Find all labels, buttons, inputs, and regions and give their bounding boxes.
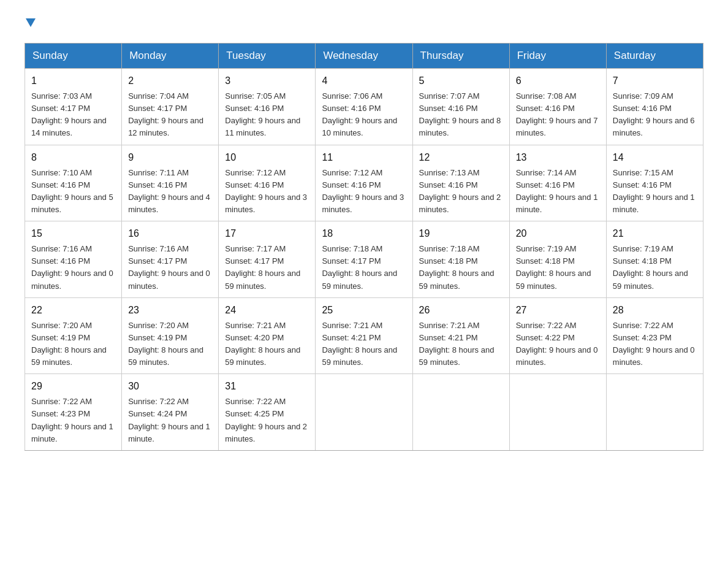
day-info: Sunrise: 7:17 AMSunset: 4:17 PMDaylight:… (225, 244, 300, 290)
day-number: 31 (225, 379, 309, 394)
calendar-cell: 25Sunrise: 7:21 AMSunset: 4:21 PMDayligh… (316, 297, 412, 374)
day-number: 1 (31, 74, 115, 88)
day-number: 6 (516, 74, 600, 88)
day-number: 3 (225, 74, 309, 88)
day-number: 20 (516, 226, 600, 241)
day-info: Sunrise: 7:11 AMSunset: 4:16 PMDaylight:… (128, 168, 210, 214)
calendar-cell: 12Sunrise: 7:13 AMSunset: 4:16 PMDayligh… (412, 145, 509, 221)
day-number: 17 (225, 226, 309, 241)
calendar-cell: 1Sunrise: 7:03 AMSunset: 4:17 PMDaylight… (25, 69, 122, 145)
day-number: 27 (516, 303, 600, 318)
day-number: 12 (419, 150, 503, 165)
calendar-cell: 7Sunrise: 7:09 AMSunset: 4:16 PMDaylight… (606, 69, 703, 145)
logo (25, 18, 36, 31)
calendar-cell: 8Sunrise: 7:10 AMSunset: 4:16 PMDaylight… (25, 145, 122, 221)
day-info: Sunrise: 7:20 AMSunset: 4:19 PMDaylight:… (128, 321, 203, 367)
col-header-wednesday: Wednesday (316, 44, 412, 69)
day-info: Sunrise: 7:21 AMSunset: 4:21 PMDaylight:… (419, 321, 495, 367)
logo-arrow-icon (26, 18, 36, 27)
day-number: 22 (31, 303, 115, 318)
calendar-cell: 4Sunrise: 7:06 AMSunset: 4:16 PMDaylight… (316, 69, 412, 145)
day-info: Sunrise: 7:19 AMSunset: 4:18 PMDaylight:… (613, 244, 688, 290)
day-info: Sunrise: 7:21 AMSunset: 4:20 PMDaylight:… (225, 321, 300, 367)
day-info: Sunrise: 7:10 AMSunset: 4:16 PMDaylight:… (31, 168, 113, 214)
day-info: Sunrise: 7:15 AMSunset: 4:16 PMDaylight:… (613, 168, 695, 214)
calendar-cell (606, 374, 703, 451)
day-info: Sunrise: 7:20 AMSunset: 4:19 PMDaylight:… (31, 321, 107, 367)
calendar-cell: 21Sunrise: 7:19 AMSunset: 4:18 PMDayligh… (606, 221, 703, 298)
calendar-cell: 2Sunrise: 7:04 AMSunset: 4:17 PMDaylight… (122, 69, 219, 145)
day-number: 28 (613, 303, 697, 318)
day-info: Sunrise: 7:22 AMSunset: 4:23 PMDaylight:… (613, 321, 695, 367)
day-number: 7 (613, 74, 697, 88)
calendar-cell: 9Sunrise: 7:11 AMSunset: 4:16 PMDaylight… (122, 145, 219, 221)
day-number: 30 (128, 379, 212, 394)
calendar-cell: 15Sunrise: 7:16 AMSunset: 4:16 PMDayligh… (25, 221, 122, 298)
day-info: Sunrise: 7:19 AMSunset: 4:18 PMDaylight:… (516, 244, 591, 290)
day-info: Sunrise: 7:16 AMSunset: 4:17 PMDaylight:… (128, 244, 210, 290)
calendar-week-1: 1Sunrise: 7:03 AMSunset: 4:17 PMDaylight… (25, 69, 703, 145)
calendar-cell: 5Sunrise: 7:07 AMSunset: 4:16 PMDaylight… (412, 69, 509, 145)
day-info: Sunrise: 7:03 AMSunset: 4:17 PMDaylight:… (31, 91, 107, 137)
day-info: Sunrise: 7:21 AMSunset: 4:21 PMDaylight:… (322, 321, 397, 367)
calendar-cell: 13Sunrise: 7:14 AMSunset: 4:16 PMDayligh… (509, 145, 606, 221)
day-number: 16 (128, 226, 212, 241)
calendar-cell: 10Sunrise: 7:12 AMSunset: 4:16 PMDayligh… (219, 145, 316, 221)
calendar-cell: 30Sunrise: 7:22 AMSunset: 4:24 PMDayligh… (122, 374, 219, 451)
day-number: 4 (322, 74, 406, 88)
day-number: 9 (128, 150, 212, 165)
day-number: 18 (322, 226, 406, 241)
day-info: Sunrise: 7:22 AMSunset: 4:25 PMDaylight:… (225, 397, 307, 443)
day-info: Sunrise: 7:08 AMSunset: 4:16 PMDaylight:… (516, 91, 598, 137)
col-header-monday: Monday (122, 44, 219, 69)
day-number: 29 (31, 379, 115, 394)
day-number: 14 (613, 150, 697, 165)
calendar-cell: 17Sunrise: 7:17 AMSunset: 4:17 PMDayligh… (219, 221, 316, 298)
calendar-week-4: 22Sunrise: 7:20 AMSunset: 4:19 PMDayligh… (25, 297, 703, 374)
day-info: Sunrise: 7:22 AMSunset: 4:23 PMDaylight:… (31, 397, 113, 443)
day-info: Sunrise: 7:04 AMSunset: 4:17 PMDaylight:… (128, 91, 203, 137)
day-number: 5 (419, 74, 503, 88)
day-info: Sunrise: 7:18 AMSunset: 4:18 PMDaylight:… (419, 244, 495, 290)
col-header-tuesday: Tuesday (219, 44, 316, 69)
day-number: 24 (225, 303, 309, 318)
calendar-cell (412, 374, 509, 451)
calendar-table: SundayMondayTuesdayWednesdayThursdayFrid… (25, 43, 703, 451)
page-header (25, 18, 703, 31)
day-number: 21 (613, 226, 697, 241)
calendar-cell: 29Sunrise: 7:22 AMSunset: 4:23 PMDayligh… (25, 374, 122, 451)
day-info: Sunrise: 7:06 AMSunset: 4:16 PMDaylight:… (322, 91, 397, 137)
calendar-cell: 18Sunrise: 7:18 AMSunset: 4:17 PMDayligh… (316, 221, 412, 298)
col-header-saturday: Saturday (606, 44, 703, 69)
day-info: Sunrise: 7:22 AMSunset: 4:22 PMDaylight:… (516, 321, 598, 367)
day-info: Sunrise: 7:14 AMSunset: 4:16 PMDaylight:… (516, 168, 598, 214)
day-number: 8 (31, 150, 115, 165)
day-number: 11 (322, 150, 406, 165)
calendar-cell: 26Sunrise: 7:21 AMSunset: 4:21 PMDayligh… (412, 297, 509, 374)
day-number: 23 (128, 303, 212, 318)
calendar-cell: 11Sunrise: 7:12 AMSunset: 4:16 PMDayligh… (316, 145, 412, 221)
day-info: Sunrise: 7:12 AMSunset: 4:16 PMDaylight:… (322, 168, 404, 214)
day-number: 2 (128, 74, 212, 88)
day-number: 13 (516, 150, 600, 165)
calendar-cell: 27Sunrise: 7:22 AMSunset: 4:22 PMDayligh… (509, 297, 606, 374)
calendar-cell: 28Sunrise: 7:22 AMSunset: 4:23 PMDayligh… (606, 297, 703, 374)
calendar-week-2: 8Sunrise: 7:10 AMSunset: 4:16 PMDaylight… (25, 145, 703, 221)
calendar-cell (316, 374, 412, 451)
calendar-cell: 14Sunrise: 7:15 AMSunset: 4:16 PMDayligh… (606, 145, 703, 221)
day-number: 19 (419, 226, 503, 241)
day-number: 26 (419, 303, 503, 318)
day-info: Sunrise: 7:12 AMSunset: 4:16 PMDaylight:… (225, 168, 307, 214)
col-header-friday: Friday (509, 44, 606, 69)
day-info: Sunrise: 7:18 AMSunset: 4:17 PMDaylight:… (322, 244, 397, 290)
day-info: Sunrise: 7:07 AMSunset: 4:16 PMDaylight:… (419, 91, 501, 137)
calendar-cell (509, 374, 606, 451)
day-info: Sunrise: 7:16 AMSunset: 4:16 PMDaylight:… (31, 244, 113, 290)
day-info: Sunrise: 7:22 AMSunset: 4:24 PMDaylight:… (128, 397, 210, 443)
calendar-cell: 22Sunrise: 7:20 AMSunset: 4:19 PMDayligh… (25, 297, 122, 374)
calendar-cell: 3Sunrise: 7:05 AMSunset: 4:16 PMDaylight… (219, 69, 316, 145)
calendar-cell: 19Sunrise: 7:18 AMSunset: 4:18 PMDayligh… (412, 221, 509, 298)
col-header-thursday: Thursday (412, 44, 509, 69)
calendar-cell: 24Sunrise: 7:21 AMSunset: 4:20 PMDayligh… (219, 297, 316, 374)
calendar-header-row: SundayMondayTuesdayWednesdayThursdayFrid… (25, 44, 703, 69)
